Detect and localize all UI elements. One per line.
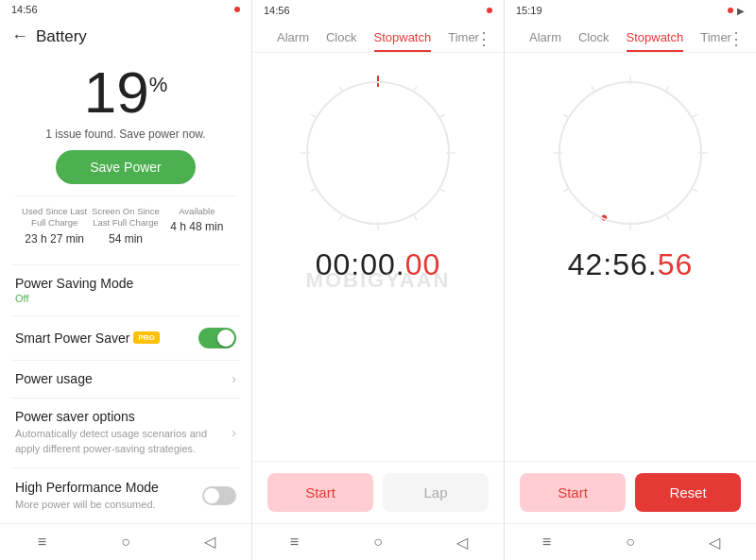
nav-home-3[interactable]: ○ xyxy=(620,532,641,552)
save-power-button[interactable]: Save Power xyxy=(56,150,195,184)
stopwatch-main-time-paused: 00:00. xyxy=(316,247,405,281)
stopwatch-display-paused: 00:00.00 xyxy=(252,53,504,461)
tab-stopwatch-2[interactable]: Stopwatch xyxy=(374,30,432,52)
nav-home-2[interactable]: ○ xyxy=(368,532,388,552)
setting-power-saving[interactable]: Power Saving Mode Off xyxy=(0,264,251,315)
battery-header: ← Battery xyxy=(0,19,251,54)
setting-power-saver-sub: Automatically detect usage scenarios and… xyxy=(15,427,232,456)
stopwatch-panel-running: 15:19 ▶ Alarm Clock Stopwatch Timer ⋮ xyxy=(505,0,756,560)
svg-line-4 xyxy=(440,189,445,192)
reset-button-running[interactable]: Reset xyxy=(635,473,741,512)
status-bar-3: 15:19 ▶ xyxy=(505,0,756,21)
tab-clock-2[interactable]: Clock xyxy=(326,30,357,52)
high-perf-toggle[interactable] xyxy=(202,486,236,505)
stopwatch-display-running: 42:56.56 xyxy=(505,53,756,461)
status-bar-2: 14:56 xyxy=(252,0,504,21)
setting-power-usage[interactable]: Power usage › xyxy=(0,360,251,398)
svg-line-11 xyxy=(339,86,342,91)
stopwatch-circle-svg-paused xyxy=(293,68,463,238)
status-time-3: 15:19 xyxy=(516,5,542,16)
setting-power-saver-options[interactable]: Power saver options Automatically detect… xyxy=(0,398,251,467)
stat-screen-label: Screen On Since Last Full Charge xyxy=(90,206,161,229)
setting-smart-power[interactable]: Smart Power Saver PRO xyxy=(0,316,251,360)
start-button-paused[interactable]: Start xyxy=(267,473,373,512)
svg-line-5 xyxy=(414,215,417,220)
status-icons-2 xyxy=(487,8,492,13)
nav-bar-3: ≡ ○ ◁ xyxy=(505,523,756,560)
stat-used-value: 23 h 27 min xyxy=(25,232,84,246)
back-button[interactable]: ← xyxy=(11,26,28,46)
stat-used-label: Used Since Last Full Charge xyxy=(19,206,90,229)
stopwatch-circle-running xyxy=(545,68,715,238)
battery-content: 19% 1 issue found. Save power now. Save … xyxy=(0,54,251,264)
status-dot-2 xyxy=(487,8,492,13)
play-icon: ▶ xyxy=(737,6,745,16)
more-icon-3[interactable]: ⋮ xyxy=(728,28,745,49)
svg-line-1 xyxy=(414,86,417,91)
status-icons-1 xyxy=(234,7,240,12)
start-button-running[interactable]: Start xyxy=(520,473,626,512)
setting-power-saving-value: Off xyxy=(15,293,133,304)
status-dot-1 xyxy=(234,7,240,12)
status-time-1: 14:56 xyxy=(11,4,38,15)
setting-power-saving-label: Power Saving Mode xyxy=(15,276,133,291)
chevron-icon-1: › xyxy=(232,371,236,386)
stopwatch-main-time-running: 42:56. xyxy=(568,247,658,281)
stat-screen: Screen On Since Last Full Charge 54 min xyxy=(90,206,161,246)
status-dot-3 xyxy=(728,8,733,13)
chevron-icon-2: › xyxy=(232,425,236,440)
svg-line-25 xyxy=(592,86,594,91)
nav-menu-2[interactable]: ≡ xyxy=(284,532,304,552)
svg-line-18 xyxy=(693,189,697,192)
stopwatch-time-running: 42:56.56 xyxy=(568,247,694,282)
tab-alarm-2[interactable]: Alarm xyxy=(277,30,309,52)
stat-available-label: Available xyxy=(179,206,215,217)
pro-badge: PRO xyxy=(133,331,159,344)
smart-power-toggle[interactable] xyxy=(198,328,236,348)
stopwatch-panel-paused: 14:56 Alarm Clock Stopwatch Timer ⋮ xyxy=(252,0,505,560)
battery-issue-text: 1 issue found. Save power now. xyxy=(45,127,205,141)
bottom-buttons-paused: Start Lap xyxy=(252,461,504,523)
svg-point-27 xyxy=(559,82,701,224)
status-bar-1: 14:56 xyxy=(0,0,251,19)
stopwatch-circle-svg-running xyxy=(545,68,715,238)
bottom-buttons-running: Start Reset xyxy=(505,461,756,523)
svg-line-21 xyxy=(592,215,594,220)
nav-menu-3[interactable]: ≡ xyxy=(536,532,557,552)
tab-alarm-3[interactable]: Alarm xyxy=(529,30,561,52)
status-time-2: 14:56 xyxy=(264,5,290,16)
setting-power-usage-label: Power usage xyxy=(15,371,93,386)
svg-line-19 xyxy=(666,215,669,220)
stat-available: Available 4 h 48 min xyxy=(162,206,232,246)
svg-line-10 xyxy=(311,114,316,117)
setting-high-perf-sub: More power will be consumed. xyxy=(15,498,202,512)
nav-back-3[interactable]: ◁ xyxy=(704,532,725,552)
tab-clock-3[interactable]: Clock xyxy=(578,30,610,52)
stopwatch-ms-running: 56 xyxy=(658,247,694,281)
setting-high-performance[interactable]: High Performance Mode More power will be… xyxy=(0,468,251,523)
svg-line-15 xyxy=(666,86,669,91)
svg-line-22 xyxy=(563,189,568,192)
status-icons-3: ▶ xyxy=(728,6,745,16)
stopwatch-ms-paused: 00 xyxy=(405,247,441,281)
tab-bar-3: Alarm Clock Stopwatch Timer ⋮ xyxy=(505,21,756,53)
tab-bar-2: Alarm Clock Stopwatch Timer ⋮ xyxy=(252,21,504,53)
lap-button-paused[interactable]: Lap xyxy=(383,473,489,512)
nav-back-2[interactable]: ◁ xyxy=(452,532,472,552)
stat-screen-value: 54 min xyxy=(109,232,143,246)
svg-line-16 xyxy=(693,114,697,117)
nav-bar-1: ≡ ○ ◁ xyxy=(0,523,251,560)
svg-point-13 xyxy=(307,82,449,224)
nav-menu-1[interactable]: ≡ xyxy=(31,532,52,552)
nav-home-1[interactable]: ○ xyxy=(115,532,136,552)
stopwatch-circle-paused xyxy=(293,68,463,238)
stat-available-value: 4 h 48 min xyxy=(170,220,223,233)
setting-power-saver-label: Power saver options xyxy=(15,409,232,424)
nav-bar-2: ≡ ○ ◁ xyxy=(252,523,504,560)
nav-back-1[interactable]: ◁ xyxy=(199,532,220,552)
tab-stopwatch-3[interactable]: Stopwatch xyxy=(627,30,684,52)
battery-title: Battery xyxy=(36,27,87,46)
more-icon-2[interactable]: ⋮ xyxy=(475,28,492,49)
setting-high-perf-label: High Performance Mode xyxy=(15,480,202,495)
battery-stats: Used Since Last Full Charge 23 h 27 min … xyxy=(15,195,236,255)
